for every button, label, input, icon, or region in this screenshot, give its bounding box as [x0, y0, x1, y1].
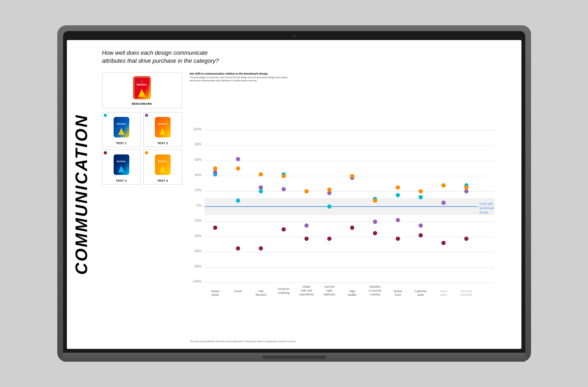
svg-point-89 [418, 189, 423, 193]
laptop-frame: COMMUNICATION How well does each design … [57, 25, 531, 362]
svg-point-58 [259, 185, 263, 190]
test2-card: Doritos TEST 2 [143, 112, 182, 147]
chart-title: Net shift in communication relative to t… [190, 72, 511, 75]
svg-text:0%: 0% [197, 203, 201, 207]
svg-point-88 [396, 185, 400, 190]
svg-point-76 [396, 236, 400, 241]
side-label-container: COMMUNICATION [67, 40, 96, 349]
test1-dot [104, 114, 107, 117]
svg-point-49 [327, 204, 331, 209]
products-panel: Doritos ® BENCHMARK [102, 72, 182, 342]
svg-text:benchmark: benchmark [479, 207, 494, 210]
svg-point-45 [236, 199, 240, 203]
svg-point-91 [464, 185, 468, 190]
svg-point-57 [236, 157, 240, 161]
chart-footnote: *Purchase-driving attributes are listed … [190, 340, 511, 342]
svg-point-56 [213, 170, 217, 174]
svg-text:Authentic: Authentic [415, 289, 427, 292]
svg-text:craving: craving [370, 293, 380, 296]
svg-point-83 [281, 174, 286, 178]
svg-point-82 [259, 172, 263, 177]
chart-area: 100% 80% 60% 40% 20% 0% -20% -40% -60% [190, 84, 511, 339]
svg-text:right: right [326, 289, 332, 292]
svg-text:taste: taste [417, 293, 424, 296]
svg-text:Fresh: Fresh [234, 289, 242, 292]
svg-text:ingredients: ingredients [299, 293, 314, 296]
screen-bezel: COMMUNICATION How well does each design … [63, 31, 525, 353]
svg-text:80%: 80% [195, 142, 201, 146]
svg-text:Just the: Just the [324, 285, 334, 288]
svg-text:a crunchy: a crunchy [368, 289, 381, 292]
svg-text:quality: quality [348, 293, 356, 296]
svg-point-53 [418, 195, 423, 199]
screen-content: COMMUNICATION How well does each design … [67, 40, 521, 349]
svg-text:®: ® [141, 80, 143, 83]
svg-point-64 [396, 218, 400, 222]
test3-label: TEST 3 [116, 179, 127, 182]
svg-text:Doritos: Doritos [117, 122, 126, 125]
svg-point-71 [281, 227, 286, 231]
svg-point-60 [304, 223, 309, 227]
test3-dot [104, 151, 107, 154]
svg-text:design: design [479, 211, 488, 214]
svg-point-68 [213, 226, 217, 230]
content-row: Doritos ® BENCHMARK [102, 72, 511, 342]
svg-text:trust: trust [395, 293, 400, 296]
svg-text:Doritos: Doritos [158, 122, 167, 125]
svg-point-77 [418, 233, 423, 237]
svg-text:Satisfies: Satisfies [369, 285, 381, 288]
svg-text:great: great [212, 293, 218, 296]
svg-text:Parity with: Parity with [479, 202, 493, 205]
test4-dot [145, 151, 148, 154]
svg-text:Doritos: Doritos [158, 160, 167, 163]
svg-text:-40%: -40% [194, 234, 202, 238]
test2-label: TEST 2 [157, 142, 168, 145]
test4-image: Doritos [150, 152, 175, 177]
svg-text:20%: 20% [195, 188, 201, 192]
svg-text:-100%: -100% [192, 279, 202, 283]
svg-point-78 [441, 241, 446, 245]
svg-point-86 [350, 174, 354, 178]
svg-point-67 [464, 189, 468, 193]
test1-image: Doritos [109, 114, 134, 140]
svg-point-84 [304, 189, 309, 193]
main-content: How well does each design communicateatt… [96, 40, 521, 349]
svg-point-52 [396, 193, 400, 197]
test-cards-grid: Doritos TEST 1 [102, 112, 182, 185]
test1-label: TEST 1 [116, 142, 127, 145]
test2-image: Doritos [150, 114, 175, 140]
benchmark-image: Doritos ® [129, 75, 155, 101]
svg-point-74 [350, 226, 354, 230]
svg-point-81 [236, 166, 240, 170]
svg-point-75 [373, 231, 377, 235]
svg-text:100%: 100% [193, 127, 202, 131]
camera-dot [293, 35, 295, 37]
svg-point-80 [213, 166, 217, 170]
svg-text:snacking: snacking [278, 291, 289, 294]
svg-point-73 [327, 236, 331, 241]
svg-text:Doritos: Doritos [137, 83, 147, 86]
svg-point-87 [373, 199, 377, 203]
svg-text:High: High [349, 289, 355, 292]
svg-text:Doritos: Doritos [117, 160, 126, 163]
svg-text:Good for: Good for [460, 289, 472, 292]
svg-text:with real: with real [301, 289, 312, 292]
svg-point-66 [441, 201, 446, 205]
svg-text:Good: Good [440, 289, 447, 292]
svg-point-59 [281, 187, 286, 191]
svg-point-72 [304, 236, 309, 241]
svg-text:-20%: -20% [194, 218, 202, 222]
benchmark-card: Doritos ® BENCHMARK [102, 72, 182, 108]
svg-text:60%: 60% [195, 158, 201, 161]
svg-text:value: value [440, 293, 447, 296]
svg-point-63 [373, 220, 377, 224]
svg-text:-80%: -80% [194, 264, 202, 268]
side-label-text: COMMUNICATION [72, 114, 91, 275]
svg-point-79 [464, 236, 468, 241]
svg-text:Great for: Great for [278, 287, 289, 291]
svg-point-85 [327, 187, 331, 192]
svg-point-69 [236, 246, 240, 251]
svg-text:Full: Full [258, 289, 263, 292]
slide: COMMUNICATION How well does each design … [67, 40, 521, 349]
svg-text:flavored: flavored [255, 293, 266, 296]
